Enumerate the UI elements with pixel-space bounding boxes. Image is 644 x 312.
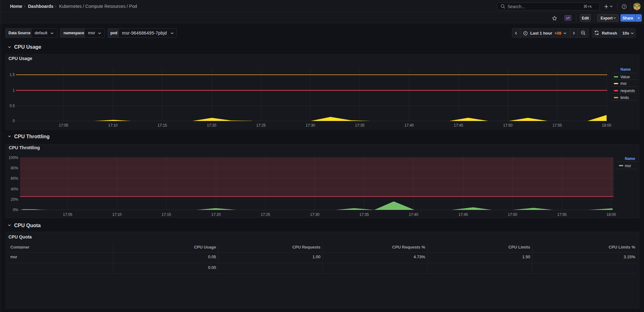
svg-text:limits: limits	[620, 96, 629, 100]
svg-text:1: 1	[13, 88, 15, 93]
svg-text:0: 0	[13, 119, 15, 123]
svg-text:18:00: 18:00	[607, 212, 616, 217]
svg-text:18:00: 18:00	[602, 123, 611, 128]
svg-text:0.5: 0.5	[9, 104, 15, 108]
svg-text:17:20: 17:20	[211, 212, 221, 217]
svg-text:Name: Name	[625, 156, 635, 161]
svg-text:17:20: 17:20	[207, 123, 216, 128]
svg-text:0%: 0%	[13, 208, 19, 212]
svg-text:17:50: 17:50	[508, 212, 517, 217]
svg-text:17:45: 17:45	[454, 123, 463, 128]
svg-text:msr: msr	[625, 164, 631, 168]
svg-text:17:45: 17:45	[458, 212, 468, 217]
svg-text:17:05: 17:05	[59, 123, 68, 128]
svg-text:17:10: 17:10	[112, 212, 122, 217]
svg-text:17:55: 17:55	[557, 212, 567, 217]
svg-text:17:40: 17:40	[409, 212, 418, 217]
svg-text:Value: Value	[620, 75, 630, 79]
svg-text:40%: 40%	[11, 187, 18, 191]
svg-text:17:30: 17:30	[310, 212, 319, 217]
svg-text:17:35: 17:35	[355, 123, 364, 128]
svg-text:17:15: 17:15	[158, 123, 167, 128]
svg-text:requests: requests	[620, 89, 635, 93]
svg-text:msr: msr	[620, 81, 627, 86]
svg-text:17:25: 17:25	[256, 123, 266, 128]
svg-text:60%: 60%	[11, 176, 18, 181]
svg-text:Name: Name	[620, 67, 631, 72]
svg-text:17:30: 17:30	[306, 123, 315, 128]
svg-text:?: ?	[623, 5, 625, 8]
svg-text:17:15: 17:15	[162, 212, 171, 217]
svg-text:17:25: 17:25	[261, 212, 270, 217]
svg-text:17:35: 17:35	[359, 212, 369, 217]
svg-text:17:50: 17:50	[503, 123, 513, 128]
svg-text:100%: 100%	[8, 156, 18, 160]
svg-text:1.5: 1.5	[9, 73, 15, 77]
svg-text:17:40: 17:40	[404, 123, 414, 128]
svg-text:20%: 20%	[11, 197, 18, 202]
svg-text:17:10: 17:10	[108, 123, 118, 128]
svg-text:17:05: 17:05	[63, 212, 72, 217]
svg-text:80%: 80%	[11, 166, 18, 170]
svg-text:17:55: 17:55	[552, 123, 562, 128]
